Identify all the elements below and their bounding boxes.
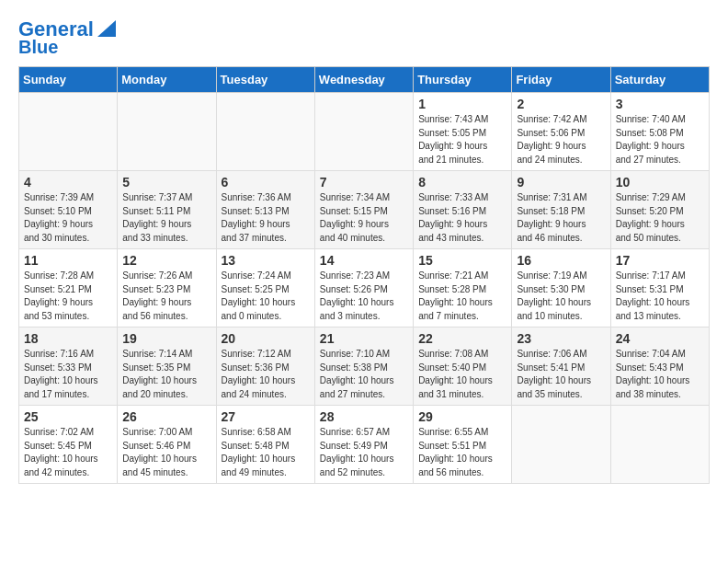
- calendar-week-row: 25Sunrise: 7:02 AM Sunset: 5:45 PM Dayli…: [19, 406, 710, 484]
- day-detail: Sunrise: 7:21 AM Sunset: 5:28 PM Dayligh…: [418, 270, 506, 323]
- day-number: 29: [418, 409, 506, 424]
- calendar-table: SundayMondayTuesdayWednesdayThursdayFrid…: [18, 66, 710, 484]
- calendar-cell: 29Sunrise: 6:55 AM Sunset: 5:51 PM Dayli…: [414, 406, 512, 484]
- logo-icon: [96, 18, 116, 39]
- day-number: 19: [122, 331, 210, 346]
- day-detail: Sunrise: 6:58 AM Sunset: 5:48 PM Dayligh…: [222, 426, 310, 479]
- calendar-cell: 20Sunrise: 7:12 AM Sunset: 5:36 PM Dayli…: [216, 327, 314, 406]
- day-number: 9: [517, 175, 605, 190]
- day-detail: Sunrise: 7:42 AM Sunset: 5:06 PM Dayligh…: [517, 113, 605, 167]
- calendar-week-row: 11Sunrise: 7:28 AM Sunset: 5:21 PM Dayli…: [19, 249, 710, 327]
- logo-subtext: Blue: [18, 37, 58, 57]
- day-number: 26: [122, 409, 210, 424]
- day-number: 25: [24, 409, 112, 424]
- calendar-cell: 14Sunrise: 7:23 AM Sunset: 5:26 PM Dayli…: [314, 249, 413, 327]
- calendar-cell: [610, 406, 709, 484]
- day-detail: Sunrise: 6:57 AM Sunset: 5:49 PM Dayligh…: [320, 426, 408, 479]
- day-number: 11: [24, 253, 112, 268]
- calendar-cell: 22Sunrise: 7:08 AM Sunset: 5:40 PM Dayli…: [414, 327, 512, 406]
- calendar-cell: 5Sunrise: 7:37 AM Sunset: 5:11 PM Daylig…: [118, 171, 216, 249]
- day-number: 16: [517, 253, 605, 268]
- day-number: 14: [320, 253, 408, 268]
- day-number: 3: [616, 97, 704, 111]
- calendar-cell: 19Sunrise: 7:14 AM Sunset: 5:35 PM Dayli…: [118, 327, 216, 406]
- calendar-week-row: 4Sunrise: 7:39 AM Sunset: 5:10 PM Daylig…: [19, 171, 710, 249]
- day-detail: Sunrise: 7:39 AM Sunset: 5:10 PM Dayligh…: [24, 191, 112, 245]
- day-detail: Sunrise: 7:28 AM Sunset: 5:21 PM Dayligh…: [24, 270, 112, 323]
- day-detail: Sunrise: 7:00 AM Sunset: 5:46 PM Dayligh…: [122, 426, 210, 479]
- svg-marker-0: [97, 20, 116, 37]
- calendar-cell: [314, 93, 413, 171]
- day-detail: Sunrise: 7:40 AM Sunset: 5:08 PM Dayligh…: [616, 113, 704, 167]
- day-detail: Sunrise: 7:24 AM Sunset: 5:25 PM Dayligh…: [222, 270, 310, 323]
- calendar-cell: 15Sunrise: 7:21 AM Sunset: 5:28 PM Dayli…: [414, 249, 512, 327]
- day-number: 6: [222, 175, 310, 190]
- day-detail: Sunrise: 7:04 AM Sunset: 5:43 PM Dayligh…: [616, 348, 704, 401]
- calendar-cell: 25Sunrise: 7:02 AM Sunset: 5:45 PM Dayli…: [19, 406, 118, 484]
- day-number: 22: [418, 331, 506, 346]
- day-number: 4: [24, 175, 112, 190]
- day-detail: Sunrise: 7:19 AM Sunset: 5:30 PM Dayligh…: [517, 270, 605, 323]
- weekday-header: Sunday: [19, 67, 118, 93]
- calendar-cell: 7Sunrise: 7:34 AM Sunset: 5:15 PM Daylig…: [314, 171, 413, 249]
- day-number: 1: [418, 97, 506, 111]
- calendar-cell: 21Sunrise: 7:10 AM Sunset: 5:38 PM Dayli…: [314, 327, 413, 406]
- calendar-cell: [118, 93, 216, 171]
- calendar-cell: 12Sunrise: 7:26 AM Sunset: 5:23 PM Dayli…: [118, 249, 216, 327]
- day-number: 18: [24, 331, 112, 346]
- day-number: 13: [222, 253, 310, 268]
- day-number: 7: [320, 175, 408, 190]
- calendar-cell: 13Sunrise: 7:24 AM Sunset: 5:25 PM Dayli…: [216, 249, 314, 327]
- calendar-cell: [19, 93, 118, 171]
- day-number: 24: [616, 331, 704, 346]
- weekday-header: Friday: [512, 67, 610, 93]
- day-detail: Sunrise: 7:37 AM Sunset: 5:11 PM Dayligh…: [122, 191, 210, 245]
- weekday-header: Monday: [118, 67, 216, 93]
- day-number: 27: [222, 409, 310, 424]
- calendar-week-row: 1Sunrise: 7:43 AM Sunset: 5:05 PM Daylig…: [19, 93, 710, 171]
- day-detail: Sunrise: 7:26 AM Sunset: 5:23 PM Dayligh…: [122, 270, 210, 323]
- calendar-body: 1Sunrise: 7:43 AM Sunset: 5:05 PM Daylig…: [19, 93, 710, 484]
- day-number: 20: [222, 331, 310, 346]
- day-number: 28: [320, 409, 408, 424]
- day-detail: Sunrise: 7:02 AM Sunset: 5:45 PM Dayligh…: [24, 426, 112, 479]
- calendar-cell: 16Sunrise: 7:19 AM Sunset: 5:30 PM Dayli…: [512, 249, 610, 327]
- calendar-cell: 24Sunrise: 7:04 AM Sunset: 5:43 PM Dayli…: [610, 327, 709, 406]
- weekday-header: Wednesday: [314, 67, 413, 93]
- day-number: 10: [616, 175, 704, 190]
- day-detail: Sunrise: 7:12 AM Sunset: 5:36 PM Dayligh…: [222, 348, 310, 401]
- day-detail: Sunrise: 7:36 AM Sunset: 5:13 PM Dayligh…: [222, 191, 310, 245]
- page-header: General Blue: [18, 18, 710, 57]
- calendar-cell: 8Sunrise: 7:33 AM Sunset: 5:16 PM Daylig…: [414, 171, 512, 249]
- day-detail: Sunrise: 7:43 AM Sunset: 5:05 PM Dayligh…: [418, 113, 506, 167]
- calendar-cell: 6Sunrise: 7:36 AM Sunset: 5:13 PM Daylig…: [216, 171, 314, 249]
- calendar-cell: 27Sunrise: 6:58 AM Sunset: 5:48 PM Dayli…: [216, 406, 314, 484]
- day-number: 23: [517, 331, 605, 346]
- calendar-cell: [512, 406, 610, 484]
- calendar-cell: 3Sunrise: 7:40 AM Sunset: 5:08 PM Daylig…: [610, 93, 709, 171]
- day-number: 12: [122, 253, 210, 268]
- calendar-cell: 9Sunrise: 7:31 AM Sunset: 5:18 PM Daylig…: [512, 171, 610, 249]
- day-detail: Sunrise: 7:10 AM Sunset: 5:38 PM Dayligh…: [320, 348, 408, 401]
- calendar-header-row: SundayMondayTuesdayWednesdayThursdayFrid…: [19, 67, 710, 93]
- logo: General Blue: [18, 18, 116, 57]
- day-number: 21: [320, 331, 408, 346]
- calendar-week-row: 18Sunrise: 7:16 AM Sunset: 5:33 PM Dayli…: [19, 327, 710, 406]
- day-detail: Sunrise: 6:55 AM Sunset: 5:51 PM Dayligh…: [418, 426, 506, 479]
- day-detail: Sunrise: 7:16 AM Sunset: 5:33 PM Dayligh…: [24, 348, 112, 401]
- calendar-cell: 4Sunrise: 7:39 AM Sunset: 5:10 PM Daylig…: [19, 171, 118, 249]
- day-detail: Sunrise: 7:08 AM Sunset: 5:40 PM Dayligh…: [418, 348, 506, 401]
- day-detail: Sunrise: 7:23 AM Sunset: 5:26 PM Dayligh…: [320, 270, 408, 323]
- day-detail: Sunrise: 7:29 AM Sunset: 5:20 PM Dayligh…: [616, 191, 704, 245]
- day-detail: Sunrise: 7:14 AM Sunset: 5:35 PM Dayligh…: [122, 348, 210, 401]
- calendar-cell: 28Sunrise: 6:57 AM Sunset: 5:49 PM Dayli…: [314, 406, 413, 484]
- calendar-cell: 26Sunrise: 7:00 AM Sunset: 5:46 PM Dayli…: [118, 406, 216, 484]
- calendar-cell: 1Sunrise: 7:43 AM Sunset: 5:05 PM Daylig…: [414, 93, 512, 171]
- day-number: 17: [616, 253, 704, 268]
- calendar-cell: 17Sunrise: 7:17 AM Sunset: 5:31 PM Dayli…: [610, 249, 709, 327]
- day-detail: Sunrise: 7:17 AM Sunset: 5:31 PM Dayligh…: [616, 270, 704, 323]
- day-detail: Sunrise: 7:06 AM Sunset: 5:41 PM Dayligh…: [517, 348, 605, 401]
- weekday-header: Thursday: [414, 67, 512, 93]
- day-number: 5: [122, 175, 210, 190]
- calendar-cell: 18Sunrise: 7:16 AM Sunset: 5:33 PM Dayli…: [19, 327, 118, 406]
